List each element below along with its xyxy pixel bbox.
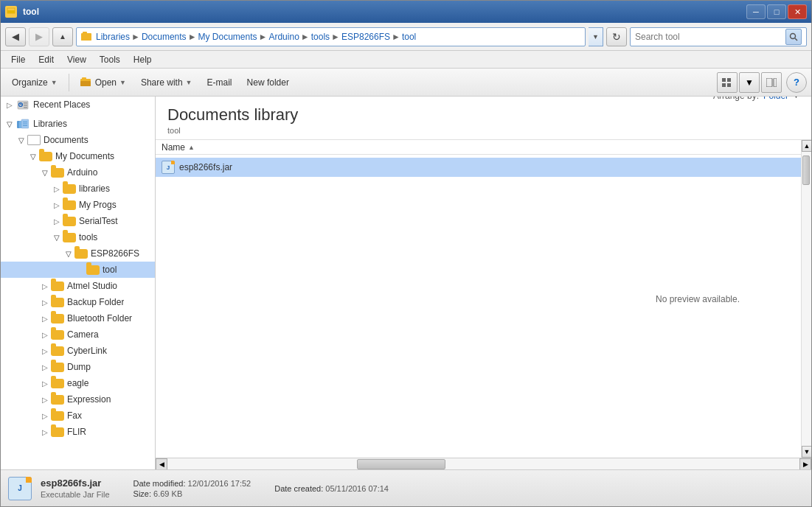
sidebar-item-backup[interactable]: ▷ Backup Folder	[1, 294, 155, 310]
sidebar-item-libraries-sub[interactable]: ▷ libraries	[1, 181, 155, 197]
sidebar-item-serial-test[interactable]: ▷ SerialTest	[1, 213, 155, 229]
address-path[interactable]: Libraries ► Documents ► My Documents ► A…	[76, 27, 586, 46]
sidebar-item-eagle[interactable]: ▷ eagle	[1, 375, 155, 391]
arrange-value[interactable]: Folder	[763, 97, 788, 101]
email-button[interactable]: E-mail	[201, 71, 239, 94]
serial-test-label: SerialTest	[79, 216, 118, 226]
backup-toggle[interactable]: ▷	[39, 296, 51, 308]
sidebar-item-recent-places[interactable]: ▷ Recent Places	[1, 97, 155, 113]
eagle-label: eagle	[67, 378, 89, 388]
path-tool[interactable]: tool	[402, 32, 416, 42]
menu-edit[interactable]: Edit	[32, 53, 60, 66]
minimize-button[interactable]: ─	[746, 4, 766, 19]
sidebar-item-esp8266fs[interactable]: ▽ ESP8266FS	[1, 245, 155, 262]
sidebar-item-tool[interactable]: ▷ tool	[1, 262, 155, 278]
arrange-by-section: Arrange by: Folder ▼	[713, 97, 799, 101]
camera-toggle[interactable]: ▷	[39, 329, 51, 340]
menu-help[interactable]: Help	[128, 53, 158, 66]
my-progs-toggle[interactable]: ▷	[51, 199, 63, 211]
right-panel: Documents library tool Arrange by: Folde…	[156, 97, 811, 469]
back-button[interactable]: ◀	[5, 27, 26, 46]
status-date-created: Date created: 05/11/2016 07:14	[274, 484, 389, 493]
h-scroll-track[interactable]	[167, 458, 799, 470]
sidebar-item-libraries[interactable]: ▽ Libraries	[1, 116, 155, 132]
arduino-toggle[interactable]: ▽	[39, 167, 51, 178]
sidebar-item-expression[interactable]: ▷ Expression	[1, 391, 155, 408]
sidebar-item-my-documents[interactable]: ▽ My Documents	[1, 148, 155, 164]
maximize-button[interactable]: □	[767, 4, 786, 19]
up-button[interactable]: ▲	[52, 27, 73, 46]
sidebar-item-cyberlink[interactable]: ▷ CyberLink	[1, 343, 155, 359]
fax-toggle[interactable]: ▷	[39, 410, 51, 422]
serial-test-toggle[interactable]: ▷	[51, 215, 63, 227]
path-documents[interactable]: Documents	[142, 32, 187, 42]
tool-icon	[86, 265, 100, 275]
h-scroll-thumb[interactable]	[357, 459, 445, 469]
status-filetype: Executable Jar File	[41, 490, 110, 499]
recent-places-toggle[interactable]: ▷	[4, 99, 15, 111]
sidebar-item-tools[interactable]: ▽ tools	[1, 229, 155, 245]
scroll-down-button[interactable]: ▼	[802, 446, 811, 458]
help-button[interactable]: ?	[786, 72, 807, 93]
search-box[interactable]	[630, 27, 807, 46]
sidebar-item-flir[interactable]: ▷ FLIR	[1, 424, 155, 440]
dump-toggle[interactable]: ▷	[39, 361, 51, 373]
sidebar-item-bluetooth[interactable]: ▷ Bluetooth Folder	[1, 310, 155, 326]
cyberlink-toggle[interactable]: ▷	[39, 345, 51, 357]
share-with-button[interactable]: Share with ▼	[134, 71, 199, 94]
file-item[interactable]: J esp8266fs.jar	[156, 158, 801, 177]
libraries-toggle[interactable]: ▽	[4, 118, 15, 130]
sidebar-item-camera[interactable]: ▷ Camera	[1, 326, 155, 343]
scroll-track[interactable]	[802, 152, 811, 446]
documents-label: Documents	[44, 135, 89, 145]
close-button[interactable]: ✕	[788, 4, 807, 19]
sidebar-item-fax[interactable]: ▷ Fax	[1, 408, 155, 424]
esp8266fs-toggle[interactable]: ▽	[63, 248, 74, 259]
sidebar-item-dump[interactable]: ▷ Dump	[1, 359, 155, 375]
change-view-button[interactable]	[717, 72, 738, 93]
documents-toggle[interactable]: ▽	[15, 134, 27, 146]
svg-rect-13	[727, 83, 731, 87]
search-submit-button[interactable]	[785, 29, 802, 45]
h-scroll-right-button[interactable]: ▶	[799, 458, 811, 470]
path-mydocuments[interactable]: My Documents	[198, 32, 257, 42]
path-tools[interactable]: tools	[311, 32, 330, 42]
sidebar-item-documents[interactable]: ▽ Documents	[1, 132, 155, 148]
no-preview-text: No preview available.	[594, 225, 801, 373]
organize-button[interactable]: Organize ▼	[5, 71, 64, 94]
atmel-toggle[interactable]: ▷	[39, 280, 51, 292]
horizontal-scrollbar[interactable]: ◀ ▶	[156, 458, 811, 469]
search-input[interactable]	[635, 32, 782, 42]
sidebar-item-atmel[interactable]: ▷ Atmel Studio	[1, 278, 155, 294]
menu-view[interactable]: View	[61, 53, 92, 66]
new-folder-button[interactable]: New folder	[240, 71, 296, 94]
forward-button[interactable]: ▶	[29, 27, 49, 46]
content-area: Name ▲ J esp8266fs.jar No preview avail	[156, 140, 811, 458]
path-arduino[interactable]: Arduino	[268, 32, 299, 42]
view-dropdown-button[interactable]: ▼	[739, 72, 760, 93]
eagle-toggle[interactable]: ▷	[39, 377, 51, 389]
expression-toggle[interactable]: ▷	[39, 394, 51, 405]
h-scroll-left-button[interactable]: ◀	[156, 458, 167, 470]
my-documents-toggle[interactable]: ▽	[27, 150, 39, 162]
menu-file[interactable]: File	[5, 53, 31, 66]
path-libraries[interactable]: Libraries	[96, 32, 130, 42]
flir-toggle[interactable]: ▷	[39, 426, 51, 438]
menu-tools[interactable]: Tools	[94, 53, 126, 66]
preview-pane-button[interactable]	[761, 72, 782, 93]
open-button[interactable]: Open ▼	[74, 71, 133, 94]
vertical-scrollbar[interactable]: ▲ ▼	[801, 140, 811, 458]
scroll-thumb[interactable]	[802, 155, 810, 185]
name-column-header[interactable]: Name ▲	[162, 142, 795, 153]
libraries-sub-toggle[interactable]: ▷	[51, 183, 63, 195]
file-list-area: Name ▲ J esp8266fs.jar No preview avail	[156, 140, 801, 458]
scroll-up-button[interactable]: ▲	[802, 140, 811, 152]
refresh-button[interactable]: ↻	[606, 27, 627, 46]
path-dropdown[interactable]: ▼	[589, 27, 603, 46]
bluetooth-toggle[interactable]: ▷	[39, 312, 51, 324]
arrange-dropdown-arrow[interactable]: ▼	[793, 97, 799, 99]
tools-toggle[interactable]: ▽	[51, 231, 63, 243]
sidebar-item-arduino[interactable]: ▽ Arduino	[1, 164, 155, 181]
sidebar-item-my-progs[interactable]: ▷ My Progs	[1, 197, 155, 213]
path-esp8266fs[interactable]: ESP8266FS	[341, 32, 390, 42]
